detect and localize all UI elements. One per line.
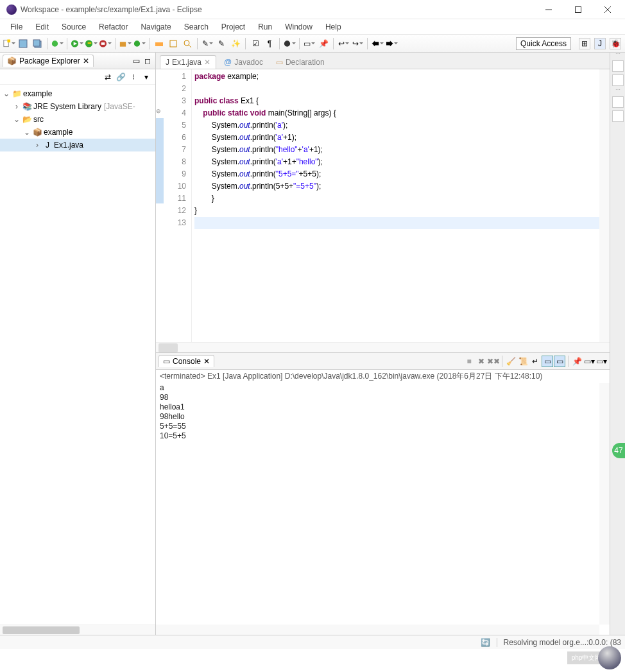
show-on-out-button[interactable]: ▭ xyxy=(542,356,553,367)
menu-navigate[interactable]: Navigate xyxy=(134,21,177,33)
remove-launch-button[interactable]: ✖ xyxy=(475,356,487,367)
declaration-label: Declaration xyxy=(286,58,325,67)
restore-view-1[interactable] xyxy=(612,60,624,72)
java-perspective-button[interactable]: J xyxy=(594,38,606,49)
package-hscrollbar[interactable] xyxy=(0,625,155,635)
ext-tools-button[interactable] xyxy=(99,37,112,50)
close-icon[interactable]: ✕ xyxy=(83,56,89,65)
at-icon: @ xyxy=(224,58,232,67)
nav-back-drop[interactable]: ↩ xyxy=(337,37,350,50)
remove-all-button[interactable]: ✖✖ xyxy=(488,356,499,367)
tree-jre[interactable]: ›📚 JRE System Library [JavaSE- xyxy=(0,100,155,113)
menu-search[interactable]: Search xyxy=(178,21,215,33)
javadoc-tab[interactable]: @ Javadoc xyxy=(219,56,268,69)
word-wrap-button[interactable]: ↵ xyxy=(529,356,541,367)
package-folder-icon: 📦 xyxy=(32,127,42,137)
restore-view-4[interactable] xyxy=(612,110,624,122)
restore-view-2[interactable] xyxy=(612,74,624,86)
pin-button[interactable]: 📌 xyxy=(317,37,330,50)
view-menu-button[interactable]: ▾ xyxy=(141,72,151,82)
tree-package[interactable]: ⌄📦 example xyxy=(0,126,155,139)
open-console-button[interactable]: ▭▾ xyxy=(595,356,607,367)
menu-help[interactable]: Help xyxy=(319,21,348,33)
save-button[interactable] xyxy=(17,37,30,50)
scroll-lock-button[interactable]: 📜 xyxy=(517,356,529,367)
task-button[interactable]: ☑ xyxy=(249,37,262,50)
status-message: Resolving model org.e...:0.0.0: (83 xyxy=(504,638,621,647)
close-button[interactable] xyxy=(593,0,622,19)
maximize-button[interactable] xyxy=(563,0,593,19)
menu-project[interactable]: Project xyxy=(215,21,252,33)
maximize-view-button[interactable]: ◻ xyxy=(142,56,153,66)
save-all-button[interactable] xyxy=(31,37,44,50)
nav-fwd-drop[interactable]: ↪ xyxy=(351,37,364,50)
code-editor[interactable]: ⊖ 12345678910111213 package example;publ… xyxy=(156,69,610,342)
close-console-icon[interactable]: ✕ xyxy=(203,357,210,366)
console-tab[interactable]: ▭ Console ✕ xyxy=(158,355,214,367)
tree-src[interactable]: ⌄📂 src xyxy=(0,113,155,126)
console-vscrollbar[interactable] xyxy=(599,383,610,625)
close-tab-icon[interactable]: ✕ xyxy=(204,58,210,67)
menu-window[interactable]: Window xyxy=(278,21,319,33)
editor-marker-strip[interactable]: ⊖ xyxy=(156,69,164,342)
editor-tab-active[interactable]: J Ex1.java ✕ xyxy=(160,55,216,69)
new-class-button[interactable] xyxy=(133,37,146,50)
window-title: Workspace - example/src/example/Ex1.java… xyxy=(21,5,534,14)
open-perspective-button[interactable]: ⊞ xyxy=(579,38,590,49)
minimize-view-button[interactable]: ▭ xyxy=(131,56,141,66)
new-button[interactable] xyxy=(3,37,15,50)
debug-button[interactable] xyxy=(51,37,64,50)
new-package-button[interactable] xyxy=(119,37,132,50)
package-tree[interactable]: ⌄📁 example ›📚 JRE System Library [JavaSE… xyxy=(0,85,155,625)
clear-console-button[interactable]: 🧹 xyxy=(505,356,517,367)
annotations-button[interactable]: ✎ xyxy=(201,37,214,50)
filter-button[interactable]: ⁝ xyxy=(128,72,139,82)
progress-icon[interactable]: 🔄 xyxy=(481,638,490,647)
tree-file[interactable]: ›J Ex1.java xyxy=(0,139,155,151)
display-console-button[interactable]: ▭▾ xyxy=(583,356,595,367)
show-on-err-button[interactable]: ▭ xyxy=(554,356,565,367)
menu-source[interactable]: Source xyxy=(55,21,92,33)
svg-point-20 xyxy=(184,40,189,46)
line-number-gutter[interactable]: 12345678910111213 xyxy=(164,69,192,342)
restore-view-3[interactable] xyxy=(612,96,624,108)
hist-fwd[interactable]: 🡆 xyxy=(385,37,398,50)
editor-hscrollbar[interactable] xyxy=(156,342,610,352)
open-task-button[interactable] xyxy=(167,37,180,50)
console-output[interactable]: a 98 helloa1 98hello 5+5=55 10=5+5 xyxy=(156,383,610,635)
package-explorer-label: Package Explorer xyxy=(19,56,80,65)
pin-console-button[interactable]: 📌 xyxy=(571,356,583,367)
search-button[interactable] xyxy=(181,37,194,50)
link-editor-button[interactable]: 🔗 xyxy=(116,72,126,82)
menu-file[interactable]: File xyxy=(4,21,29,33)
menu-edit[interactable]: Edit xyxy=(29,21,55,33)
debug-perspective-button[interactable]: 🐞 xyxy=(610,38,621,49)
editor-vscrollbar[interactable] xyxy=(599,69,610,342)
toggle-ws-button[interactable]: ¶ xyxy=(263,37,276,50)
menu-run[interactable]: Run xyxy=(252,21,278,33)
wizard-button[interactable]: ✨ xyxy=(229,37,242,50)
coverage-button[interactable] xyxy=(85,37,98,50)
console-panel: ▭ Console ✕ ■ ✖ ✖✖ 🧹 📜 ↵ ▭ ▭ 📌 ▭▾ xyxy=(156,352,610,635)
console-tabbar: ▭ Console ✕ ■ ✖ ✖✖ 🧹 📜 ↵ ▭ ▭ 📌 ▭▾ xyxy=(156,353,610,370)
declaration-tab[interactable]: ▭ Declaration xyxy=(271,56,330,69)
quick-access-input[interactable]: Quick Access xyxy=(516,37,571,50)
tree-project[interactable]: ⌄📁 example xyxy=(0,87,155,100)
package-explorer-tab[interactable]: 📦 Package Explorer ✕ xyxy=(3,55,94,67)
open-type-button[interactable] xyxy=(153,37,166,50)
menu-refactor[interactable]: Refactor xyxy=(92,21,134,33)
breakpoint-button[interactable] xyxy=(283,37,296,50)
terminate-button[interactable]: ■ xyxy=(463,356,475,367)
package-explorer-toolbar: ⇄ 🔗 ⁝ ▾ xyxy=(0,69,155,85)
step-button[interactable]: ▭ xyxy=(303,37,316,50)
console-hscrollbar[interactable] xyxy=(156,625,599,635)
hist-back[interactable]: 🡄 xyxy=(371,37,384,50)
toggle-mark-button[interactable]: ✎ xyxy=(215,37,228,50)
main-toolbar: ✎ ✎ ✨ ☑ ¶ ▭ 📌 ↩ ↪ 🡄 🡆 Quick Access ⊞ J 🐞 xyxy=(0,35,625,53)
run-button[interactable] xyxy=(71,37,83,50)
tree-jre-decor: [JavaSE- xyxy=(104,102,135,111)
code-area[interactable]: package example;public class Ex1 { publi… xyxy=(192,69,610,342)
javadoc-label: Javadoc xyxy=(234,58,263,67)
collapse-all-button[interactable]: ⇄ xyxy=(103,72,113,82)
minimize-button[interactable] xyxy=(534,0,563,19)
